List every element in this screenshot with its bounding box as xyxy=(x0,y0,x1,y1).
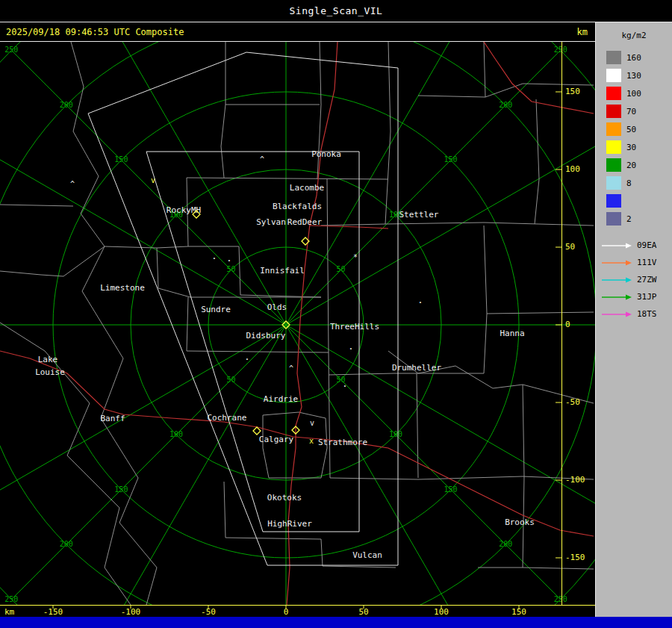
radar-legend-row: 18TS xyxy=(601,309,672,319)
point-marker: · xyxy=(342,380,348,391)
radar-id: 27ZW xyxy=(637,275,657,285)
radar-arrow-icon xyxy=(601,311,632,318)
scale-swatch xyxy=(606,212,621,226)
point-marker: * xyxy=(353,253,358,261)
city-label: Didsbury xyxy=(246,331,286,341)
radar-arrow-icon xyxy=(601,276,632,284)
scale-row: 8 xyxy=(606,176,672,190)
county-boundary xyxy=(523,385,524,568)
radar-legend-row: 31JP xyxy=(601,292,672,302)
scale-value: 30 xyxy=(626,143,636,152)
scale-swatch xyxy=(606,87,621,100)
timestamp: 2025/09/18 09:46:53 UTC Composite xyxy=(6,27,184,37)
city-label: Limestone xyxy=(100,283,145,293)
scale-row: 20 xyxy=(606,158,672,172)
county-boundary xyxy=(321,223,594,226)
scale-row: 50 xyxy=(606,122,672,136)
ring-distance-label: 50 xyxy=(337,265,346,273)
scale-row: 130 xyxy=(606,69,672,82)
scale-value: 20 xyxy=(626,161,636,170)
county-boundary xyxy=(224,482,321,539)
scan-sector-outline xyxy=(88,52,398,565)
city-label: ThreeHills xyxy=(330,322,379,332)
bottom-axis: -150-100-50050100150km xyxy=(0,605,595,617)
county-boundary xyxy=(484,42,485,97)
right-axis-label: 0 xyxy=(565,320,570,329)
ring-distance-label: 200 xyxy=(60,101,73,109)
county-boundary xyxy=(330,476,594,479)
legend-panel: kg/m2 1601301007050302082 09EA111V27ZW31… xyxy=(595,22,672,617)
city-label: Olds xyxy=(267,302,287,312)
radar-legend-row: 111V xyxy=(601,258,672,267)
scale-row: 160 xyxy=(606,51,672,64)
scale-value: 130 xyxy=(626,71,641,81)
scale-swatch xyxy=(606,122,621,136)
city-label: Okotoks xyxy=(267,493,302,503)
arrow-head xyxy=(626,260,632,265)
city-label: RockyMH xyxy=(167,205,201,215)
bottom-axis-label: -50 xyxy=(201,607,216,617)
ring-distance-label: 150 xyxy=(444,155,458,164)
bottom-axis-label: 150 xyxy=(511,607,526,617)
arrow-head xyxy=(626,311,632,317)
arrow-head xyxy=(626,243,632,248)
city-label: Blackfalds xyxy=(273,202,322,211)
bottom-axis-unit: km xyxy=(4,607,15,617)
county-boundary xyxy=(484,226,487,373)
city-label: Brooks xyxy=(505,517,535,527)
right-axis-label: -150 xyxy=(565,553,585,562)
arrow-head xyxy=(626,294,632,299)
point-marker: · xyxy=(211,252,217,264)
city-label: Vulcan xyxy=(352,550,382,560)
color-scale: 1601301007050302082 xyxy=(596,51,672,226)
right-axis-label: 150 xyxy=(565,87,580,96)
city-label: Lake xyxy=(38,355,58,364)
point-marker: v xyxy=(310,419,314,427)
right-axis-label: 50 xyxy=(565,242,575,252)
right-axis-label: -50 xyxy=(565,397,580,407)
city-label: Airdrie xyxy=(264,394,298,404)
ring-distance-label: 200 xyxy=(499,101,512,109)
point-marker: ^ xyxy=(70,180,75,188)
bottom-axis-label: -150 xyxy=(43,607,63,617)
ring-distance-label: 100 xyxy=(169,430,183,438)
ring-distance-label: 50 xyxy=(226,376,235,384)
legend-unit: kg/m2 xyxy=(596,22,672,46)
point-marker: ^ xyxy=(260,155,264,164)
ring-distance-label: 250 xyxy=(4,595,18,603)
city-label: Louise xyxy=(35,367,65,377)
bottom-axis-label: -100 xyxy=(121,607,141,617)
city-label: Sundre xyxy=(201,305,231,314)
ring-distance-label: 100 xyxy=(389,430,402,438)
city-label: Lacombe xyxy=(290,183,324,193)
bottom-blue-bar xyxy=(0,617,672,628)
arrow-head xyxy=(626,277,632,282)
ring-distance-label: 250 xyxy=(554,46,567,54)
radar-site-legend: 09EA111V27ZW31JP18TS xyxy=(596,240,672,319)
radar-id: 31JP xyxy=(637,292,657,302)
scale-row: 70 xyxy=(606,105,672,118)
scale-swatch xyxy=(606,105,621,118)
radar-site-marker xyxy=(253,427,261,435)
city-label: Ponoka xyxy=(311,149,341,159)
status-bar: 2025/09/18 09:46:53 UTC Composite km xyxy=(0,22,595,42)
county-boundary xyxy=(105,246,157,248)
city-label: Hanna xyxy=(500,329,524,338)
city-label: Cochrane xyxy=(208,413,247,423)
point-marker: · xyxy=(348,343,354,354)
window-title: Single_Scan_VIL xyxy=(290,5,383,16)
point-marker: · xyxy=(226,255,232,266)
county-boundary xyxy=(0,323,131,605)
window-title-bar: Single_Scan_VIL xyxy=(0,0,672,22)
scale-value: 70 xyxy=(626,107,636,116)
city-label: Calgary xyxy=(259,435,294,444)
scale-swatch xyxy=(606,140,621,154)
ring-distance-label: 150 xyxy=(114,155,128,164)
azimuth-spoke xyxy=(0,131,286,325)
city-label: Stettler xyxy=(399,210,439,220)
county-boundary xyxy=(0,246,105,276)
scale-value: 2 xyxy=(626,214,632,224)
city-label: Drumheller xyxy=(392,363,442,373)
ring-distance-label: 150 xyxy=(444,485,458,494)
scale-value: 50 xyxy=(626,125,636,134)
